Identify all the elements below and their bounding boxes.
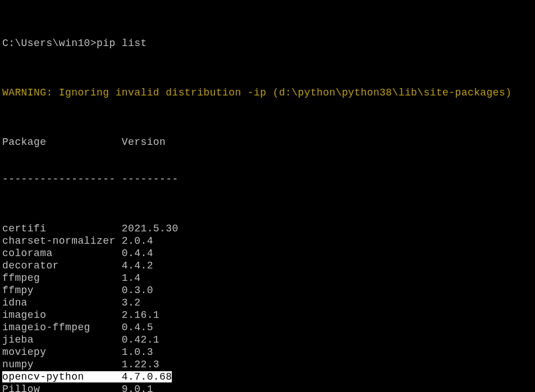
- package-name: ffmpy: [2, 285, 122, 296]
- package-row: charset-normalizer 2.0.4: [2, 235, 533, 247]
- package-row: ffmpeg 1.4: [2, 272, 533, 284]
- package-row: jieba 0.42.1: [2, 334, 533, 346]
- package-row: opencv-python 4.7.0.68: [2, 371, 533, 383]
- package-name: moviepy: [2, 347, 122, 358]
- package-version: 4.7.0.68: [122, 371, 172, 382]
- package-version: 1.0.3: [122, 347, 153, 358]
- package-version: 1.22.3: [122, 359, 159, 370]
- prompt-line: C:\Users\win10>pip list: [2, 37, 533, 49]
- package-row: decorator 4.4.2: [2, 259, 533, 272]
- package-row: idna 3.2: [2, 297, 533, 309]
- package-row: numpy 1.22.3: [2, 358, 533, 371]
- package-row: Pillow 9.0.1: [2, 383, 533, 392]
- prompt-command: pip list: [97, 38, 147, 49]
- package-version: 2021.5.30: [122, 223, 179, 234]
- package-name: imageio: [2, 309, 122, 321]
- terminal-window[interactable]: C:\Users\win10>pip list WARNING: Ignorin…: [0, 0, 535, 392]
- package-name: decorator: [2, 260, 122, 271]
- package-row: ffmpy 0.3.0: [2, 284, 533, 297]
- package-name: certifi: [2, 223, 122, 234]
- prompt-path: C:\Users\win10>: [2, 38, 97, 49]
- package-version: 0.3.0: [122, 285, 153, 296]
- package-version: 0.4.4: [122, 248, 153, 259]
- header-line: Package Version: [2, 136, 533, 148]
- header-divider: ------------------ ---------: [2, 173, 533, 185]
- package-name: charset-normalizer: [2, 235, 122, 247]
- package-row: colorama 0.4.4: [2, 247, 533, 259]
- header-version: Version: [122, 136, 166, 148]
- package-name: Pillow: [2, 384, 122, 392]
- package-version: 3.2: [122, 297, 141, 308]
- package-version: 2.16.1: [122, 309, 159, 321]
- package-version: 4.4.2: [122, 260, 153, 271]
- package-version: 1.4: [122, 272, 141, 284]
- package-name: idna: [2, 297, 122, 308]
- package-version: 9.0.1: [122, 384, 153, 392]
- package-version: 0.42.1: [122, 334, 159, 345]
- package-name: jieba: [2, 334, 122, 345]
- package-list: certifi 2021.5.30charset-normalizer 2.0.…: [2, 222, 533, 392]
- header-pad: [46, 136, 121, 148]
- package-row: imageio 2.16.1: [2, 309, 533, 321]
- package-name: imageio-ffmpeg: [2, 322, 122, 333]
- header-package: Package: [2, 136, 46, 148]
- package-name: colorama: [2, 248, 122, 259]
- package-version: 2.0.4: [122, 235, 153, 247]
- package-name: numpy: [2, 359, 122, 370]
- package-row: certifi 2021.5.30: [2, 222, 533, 235]
- package-name: opencv-python: [2, 371, 122, 382]
- warning-line: WARNING: Ignoring invalid distribution -…: [2, 86, 533, 99]
- package-version: 0.4.5: [122, 322, 153, 333]
- package-name: ffmpeg: [2, 272, 122, 284]
- package-row: imageio-ffmpeg 0.4.5: [2, 321, 533, 334]
- package-row: moviepy 1.0.3: [2, 346, 533, 358]
